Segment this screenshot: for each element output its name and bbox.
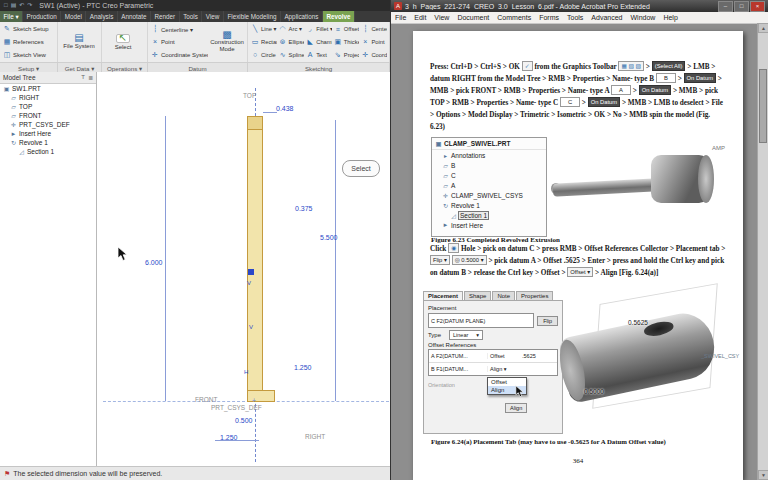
menu-item[interactable]: Advanced — [587, 14, 626, 21]
ribbon-tab[interactable]: Production — [23, 11, 61, 22]
ribbon-tab[interactable]: File ▾ — [0, 11, 23, 22]
model-tree-item[interactable]: ▱ FRONT — [0, 111, 96, 120]
dimension-value[interactable]: 1.250 — [294, 364, 312, 372]
sketch-tool-button[interactable]: ○ Circle ▾ — [250, 48, 277, 61]
model-tree-toolbar-icon[interactable]: ≣ — [88, 74, 93, 81]
type-value: Linear — [453, 332, 468, 338]
creo-title-bar: □▤↶↷ SW1 (Active) - PTC Creo Parametric — [0, 0, 390, 11]
ribbon-tab[interactable]: Render — [151, 11, 180, 22]
model-tree-item[interactable]: ► Insert Here — [0, 129, 96, 138]
ribbon-button[interactable]: ✛ Coordinate System — [150, 49, 208, 61]
scrollbar[interactable]: ▲ ▼ — [757, 23, 768, 480]
ribbon-tab[interactable]: Annotate — [118, 11, 151, 22]
tree-item-icon: ▣ — [3, 85, 10, 92]
tree-item-icon: ↻ — [442, 202, 449, 209]
menu-item[interactable]: Edit — [410, 14, 430, 21]
ribbon-tab[interactable]: View — [202, 11, 224, 22]
sketch-tool-button[interactable]: ◠ Arc ▾ — [278, 23, 305, 36]
sketch-tool-button[interactable]: ◞ Fillet ▾ — [305, 23, 332, 36]
construction-mode-button[interactable]: ▩ Construction Mode — [209, 23, 245, 61]
sketch-tool-icon: ◣ — [306, 38, 314, 46]
pdf-page: Press: Ctrl+D > Ctrl+S > OK ✓ from the G… — [413, 31, 743, 480]
quick-access-icon[interactable]: ↷ — [27, 2, 32, 9]
model-tree-item[interactable]: ◿ Section 1 — [0, 147, 96, 156]
selected-entity-handle[interactable] — [248, 269, 254, 275]
sketch-tool-button[interactable]: ⊜ Ellipse ▾ — [278, 36, 305, 49]
tree-item-icon: ▱ — [442, 162, 449, 169]
ribbon-tab[interactable]: Model — [61, 11, 86, 22]
menu-item[interactable]: Tools — [563, 14, 587, 21]
model-tree-item[interactable]: ↻ Revolve 1 — [0, 138, 96, 147]
ribbon-tab[interactable]: Tools — [180, 11, 203, 22]
quick-access-icon[interactable]: □ — [4, 2, 8, 9]
model-tree-item[interactable]: ▱ TOP — [0, 102, 96, 111]
horizontal-reference-line — [103, 401, 389, 402]
scroll-up-arrow[interactable]: ▲ — [758, 23, 768, 33]
sketch-tool-button[interactable]: ⇘ Project — [333, 48, 360, 61]
scrollbar-thumb[interactable] — [759, 69, 767, 143]
dimension-value[interactable]: 6.000 — [145, 259, 163, 267]
ribbon-tab[interactable]: Analysis — [86, 11, 117, 22]
dimension-value[interactable]: 0.375 — [295, 205, 313, 213]
minimize-button[interactable]: – — [718, 1, 733, 12]
revolve-section-top[interactable] — [247, 116, 263, 130]
sketch-tool-button[interactable]: ≡ Offset — [333, 23, 360, 36]
menu-item[interactable]: Forms — [535, 14, 563, 21]
select-cursor-icon: ↖ — [116, 34, 130, 43]
ribbon-button[interactable]: ┆ Centerline ▾ — [150, 23, 208, 35]
ribbon-button-icon: ┆ — [151, 25, 159, 33]
dimension-value[interactable]: 0.438 — [276, 105, 294, 113]
pdf-paragraph-instructions-2: Click ◉ Hole > pick on datum C > press R… — [430, 243, 726, 279]
model-tree-item[interactable]: ▱ RIGHT — [0, 93, 96, 102]
ribbon-button[interactable]: × Point — [150, 36, 208, 48]
tree-item-icon: ◿ — [450, 212, 457, 219]
model-tree-item[interactable]: ✛ PRT_CSYS_DEF — [0, 120, 96, 129]
sketch-tool-button[interactable]: A Text — [305, 48, 332, 61]
model-tree-item[interactable]: ▣ SW1.PRT — [0, 84, 96, 93]
text-segment: Flip ▾ — [430, 255, 450, 265]
quick-access-icon[interactable]: ↶ — [19, 2, 24, 9]
close-button[interactable]: × — [750, 1, 765, 12]
text-segment: > — [644, 63, 652, 71]
file-system-button[interactable]: ▤ File System — [60, 23, 98, 61]
ribbon-button[interactable]: ◫ Sketch View — [2, 49, 55, 61]
file-system-icon: ▤ — [74, 35, 83, 42]
sketch-tool-button[interactable]: ∿ Spline — [278, 48, 305, 61]
sketch-tool-button[interactable]: ◣ Chamfer ▾ — [305, 36, 332, 49]
model-tree-toolbar-icon[interactable]: T — [81, 74, 85, 81]
menu-item[interactable]: Help — [659, 14, 681, 21]
sketch-tool-button[interactable]: ✛ Coordinate System — [360, 48, 387, 61]
revolve-section-geometry[interactable] — [247, 116, 263, 402]
reference-name: A F2(DATUM... — [429, 353, 487, 359]
menu-item[interactable]: View — [430, 14, 453, 21]
menu-item[interactable]: Window — [626, 14, 659, 21]
ribbon-button[interactable]: ✎ Sketch Setup — [2, 23, 55, 35]
dimension-value[interactable]: 1.250 — [220, 434, 238, 442]
sketch-tool-button[interactable]: ╲ Line ▾ — [250, 23, 277, 36]
sketch-tool-button[interactable]: ▣ Thicken — [333, 36, 360, 49]
datum-label-top: TOP — [243, 92, 256, 99]
creo-window-title: SW1 (Active) - PTC Creo Parametric — [39, 2, 153, 9]
model-tree-header: Model Tree T≣ — [0, 72, 96, 84]
dimension-value[interactable]: 0.500 — [235, 417, 253, 425]
ribbon-button-label: Coordinate System — [161, 52, 208, 58]
dimension-value[interactable]: 5.500 — [320, 234, 338, 242]
ribbon-tab[interactable]: Revolve — [323, 11, 355, 22]
ribbon-tab[interactable]: Flexible Modeling — [224, 11, 281, 22]
ribbon-tab[interactable]: Applications — [281, 11, 323, 22]
quick-access-icon[interactable]: ▤ — [11, 2, 17, 9]
maximize-button[interactable]: □ — [734, 1, 749, 12]
sketch-tool-label: Rectangle ▾ — [261, 39, 277, 45]
ribbon-button[interactable]: ▦ References — [2, 36, 55, 48]
sketch-tool-button[interactable]: ┆ Centerline ▾ — [360, 23, 387, 36]
sketch-tool-button[interactable]: × Point — [360, 36, 387, 49]
select-button[interactable]: ↖ Select — [104, 23, 142, 61]
menu-item[interactable]: File — [391, 14, 410, 21]
dimension-leader-line — [263, 112, 277, 113]
scroll-down-arrow[interactable]: ▼ — [758, 470, 768, 480]
sketch-tool-button[interactable]: ▭ Rectangle ▾ — [250, 36, 277, 49]
pdf-document-area[interactable]: Press: Ctrl+D > Ctrl+S > OK ✓ from the G… — [391, 23, 757, 480]
menu-item[interactable]: Document — [453, 14, 493, 21]
menu-item[interactable]: Comments — [493, 14, 535, 21]
graphics-area[interactable]: 0.438 0.375 5.500 6.000 1.250 0.500 1.25… — [97, 72, 390, 466]
